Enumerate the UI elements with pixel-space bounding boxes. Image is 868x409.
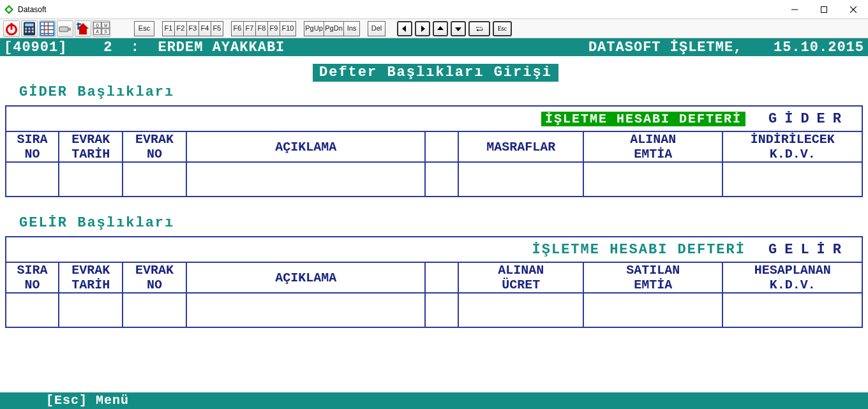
key-pgdn[interactable]: PgDn <box>324 21 344 36</box>
keyboard-layout-icon[interactable]: QWAS <box>93 20 110 37</box>
arrow-right-icon[interactable] <box>415 21 430 36</box>
grid-icon[interactable] <box>39 20 56 37</box>
gelir-col-aciklama: AÇIKLAMA <box>186 262 425 293</box>
key-f7[interactable]: F7 <box>243 21 256 36</box>
svg-marker-34 <box>402 26 406 32</box>
key-f4[interactable]: F4 <box>198 21 211 36</box>
gider-cell[interactable] <box>6 162 59 197</box>
gelir-title-side: GELİR <box>761 242 857 258</box>
key-f6[interactable]: F6 <box>231 21 244 36</box>
gider-col-etarih: EVRAK TARİH <box>59 131 123 162</box>
ribbon-code: [40901] <box>4 40 67 56</box>
svg-rect-14 <box>29 31 31 33</box>
svg-marker-39 <box>476 29 478 31</box>
svg-rect-10 <box>25 27 27 29</box>
svg-text:S: S <box>104 29 107 34</box>
gider-col-eno: EVRAK NO <box>123 131 186 162</box>
svg-text:A: A <box>96 29 99 34</box>
ribbon-company-num: 2 <box>103 40 112 56</box>
key-f5[interactable]: F5 <box>211 21 223 36</box>
gider-col-c3: İNDİRİLECEK K.D.V. <box>722 131 862 162</box>
toolbar: QWAS Esc F1 F2 F3 F4 F5 F6 F7 F8 F9 F10 … <box>0 19 868 38</box>
minimize-button[interactable] <box>780 0 809 19</box>
key-group-f1-f5: F1 F2 F3 F4 F5 <box>162 21 223 36</box>
key-pgup[interactable]: PgUp <box>304 21 324 36</box>
gider-col-blank <box>425 131 458 162</box>
gider-cell[interactable] <box>458 162 583 197</box>
esc-nav-button[interactable]: Esc <box>493 21 512 36</box>
key-del[interactable]: Del <box>368 21 385 36</box>
svg-marker-37 <box>455 27 461 31</box>
gider-col-aciklama: AÇIKLAMA <box>186 131 425 162</box>
arrow-down-icon[interactable] <box>451 21 466 36</box>
gelir-section-label: GELİR Başlıkları <box>19 215 868 231</box>
gelir-table: İŞLETME HESABI DEFTERİ GELİR SIRA NO EVR… <box>5 236 863 328</box>
close-button[interactable] <box>839 0 868 19</box>
key-group-pg: PgUp PgDn Ins <box>304 21 360 36</box>
svg-text:W: W <box>104 23 107 28</box>
key-f2[interactable]: F2 <box>174 21 187 36</box>
usb-icon[interactable] <box>57 20 73 37</box>
gider-title-highlight: İŞLETME HESABI DEFTERİ <box>541 112 745 126</box>
key-ins[interactable]: Ins <box>343 21 360 36</box>
gelir-col-blank <box>425 262 458 293</box>
gelir-col-sira: SIRA NO <box>6 262 59 293</box>
gelir-cell[interactable] <box>6 293 59 327</box>
gider-cell[interactable] <box>186 162 425 197</box>
svg-rect-23 <box>68 27 71 31</box>
svg-rect-3 <box>821 6 827 12</box>
svg-marker-36 <box>437 26 444 30</box>
svg-text:Q: Q <box>96 23 99 28</box>
key-f3[interactable]: F3 <box>186 21 199 36</box>
key-f8[interactable]: F8 <box>255 21 268 36</box>
arrow-up-icon[interactable] <box>433 21 448 36</box>
footer-bar: [Esc] Menü <box>0 392 868 409</box>
gelir-cell[interactable] <box>583 293 722 327</box>
gelir-title-highlight: İŞLETME HESABI DEFTERİ <box>532 242 745 258</box>
enter-key-icon[interactable]: Enter <box>468 21 490 36</box>
gider-cell[interactable] <box>425 162 458 197</box>
gider-col-c1: MASRAFLAR <box>458 131 583 162</box>
page-body: Defter Başlıkları Girişi GİDER Başlıklar… <box>0 56 868 409</box>
gelir-col-eno: EVRAK NO <box>123 262 186 293</box>
gelir-cell[interactable] <box>123 293 186 327</box>
svg-rect-13 <box>25 31 27 33</box>
gelir-cell[interactable] <box>458 293 583 327</box>
power-icon[interactable] <box>3 20 20 37</box>
home-icon[interactable] <box>75 20 91 37</box>
key-f1[interactable]: F1 <box>162 21 175 36</box>
gider-col-sira: SIRA NO <box>6 131 59 162</box>
gelir-col-c1: ALINAN ÜCRET <box>458 262 583 293</box>
gelir-col-etarih: EVRAK TARİH <box>59 262 123 293</box>
key-f10[interactable]: F10 <box>280 21 296 36</box>
info-ribbon: [40901] 2 : ERDEM AYAKKABI DATASOFT İŞLE… <box>0 38 868 56</box>
window-controls <box>780 0 868 19</box>
gider-cell[interactable] <box>722 162 862 197</box>
svg-rect-15 <box>32 31 34 33</box>
key-group-esc: Esc <box>134 21 154 36</box>
gider-cell[interactable] <box>123 162 186 197</box>
app-icon <box>4 4 14 15</box>
gider-table: İŞLETME HESABI DEFTERİ GİDER SIRA NO EVR… <box>5 105 863 197</box>
key-group-del: Del <box>368 21 385 36</box>
ribbon-sep: : <box>131 40 140 56</box>
gelir-cell[interactable] <box>722 293 862 327</box>
footer-hint: [Esc] Menü <box>46 392 129 409</box>
gider-cell[interactable] <box>583 162 722 197</box>
gelir-title-cell: İŞLETME HESABI DEFTERİ GELİR <box>6 237 862 262</box>
key-f9[interactable]: F9 <box>267 21 280 36</box>
svg-rect-22 <box>59 27 68 32</box>
maximize-button[interactable] <box>809 0 839 19</box>
gelir-cell[interactable] <box>186 293 425 327</box>
ribbon-product: DATASOFT İŞLETME, <box>588 40 742 56</box>
svg-rect-12 <box>32 27 34 29</box>
key-esc[interactable]: Esc <box>134 21 154 36</box>
svg-text:Enter: Enter <box>476 26 483 28</box>
arrow-left-icon[interactable] <box>397 21 412 36</box>
titlebar: Datasoft <box>0 0 868 19</box>
gelir-cell[interactable] <box>425 293 458 327</box>
gelir-cell[interactable] <box>59 293 123 327</box>
gider-cell[interactable] <box>59 162 123 197</box>
gelir-col-c2: SATILAN EMTİA <box>583 262 722 293</box>
calculator-icon[interactable] <box>21 20 38 37</box>
